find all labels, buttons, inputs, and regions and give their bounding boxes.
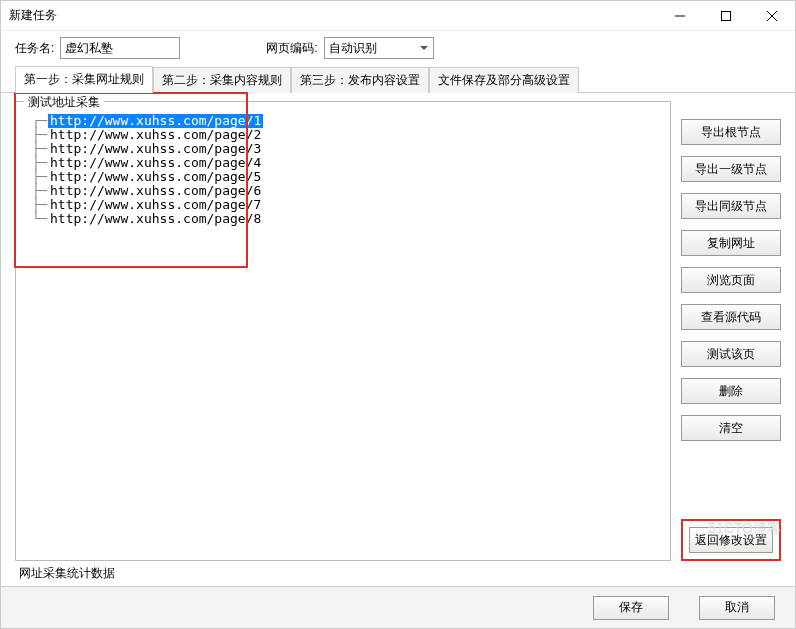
task-name-input[interactable] [60,37,180,59]
encoding-combo[interactable]: 自动识别 [324,37,434,59]
url-tree-item[interactable]: └─http://www.xuhss.com/page/8 [24,212,662,226]
url-tree-label: http://www.xuhss.com/page/5 [48,170,263,184]
tree-connector-icon: ├─ [24,198,48,212]
tab-step3[interactable]: 第三步：发布内容设置 [291,67,429,93]
highlight-box-back: 返回修改设置 [681,519,781,561]
url-tree-item[interactable]: ├─http://www.xuhss.com/page/7 [24,198,662,212]
svg-rect-1 [722,11,731,20]
tree-connector-icon: ├─ [24,170,48,184]
task-name-label: 任务名: [15,40,54,57]
url-tree-item[interactable]: ├─http://www.xuhss.com/page/2 [24,128,662,142]
maximize-button[interactable] [703,1,749,30]
export-root-button[interactable]: 导出根节点 [681,119,781,145]
export-sibling-button[interactable]: 导出同级节点 [681,193,781,219]
url-tree-item[interactable]: ├─http://www.xuhss.com/page/5 [24,170,662,184]
titlebar: 新建任务 [1,1,795,31]
tree-connector-icon: ┌─ [24,114,48,128]
window-controls [657,1,795,30]
tabbar: 第一步：采集网址规则 第二步：采集内容规则 第三步：发布内容设置 文件保存及部分… [1,65,795,93]
url-tree-label: http://www.xuhss.com/page/1 [48,114,263,128]
view-source-button[interactable]: 查看源代码 [681,304,781,330]
url-tree[interactable]: ┌─http://www.xuhss.com/page/1├─http://ww… [22,112,664,554]
save-button[interactable]: 保存 [593,596,669,620]
close-button[interactable] [749,1,795,30]
tree-connector-icon: ├─ [24,142,48,156]
url-tree-item[interactable]: ├─http://www.xuhss.com/page/6 [24,184,662,198]
cancel-button[interactable]: 取消 [699,596,775,620]
window-title: 新建任务 [9,7,57,24]
clear-button[interactable]: 清空 [681,415,781,441]
delete-button[interactable]: 删除 [681,378,781,404]
url-tree-label: http://www.xuhss.com/page/8 [48,212,263,226]
export-level1-button[interactable]: 导出一级节点 [681,156,781,182]
test-url-groupbox: 测试地址采集 ┌─http://www.xuhss.com/page/1├─ht… [15,101,671,561]
url-tree-item[interactable]: ├─http://www.xuhss.com/page/3 [24,142,662,156]
url-tree-label: http://www.xuhss.com/page/3 [48,142,263,156]
back-modify-button[interactable]: 返回修改设置 [689,527,773,553]
stats-label: 网址采集统计数据 [15,561,781,582]
encoding-label: 网页编码: [266,40,317,57]
tree-connector-icon: ├─ [24,156,48,170]
copy-url-button[interactable]: 复制网址 [681,230,781,256]
main-area: 测试地址采集 ┌─http://www.xuhss.com/page/1├─ht… [1,93,795,586]
tab-step1[interactable]: 第一步：采集网址规则 [15,66,153,93]
window: 新建任务 任务名: 网页编码: 自动识别 第一步：采集网址规则 第二步：采集内容… [0,0,796,629]
tab-step2[interactable]: 第二步：采集内容规则 [153,67,291,93]
tree-connector-icon: ├─ [24,128,48,142]
tree-connector-icon: └─ [24,212,48,226]
url-tree-item[interactable]: ├─http://www.xuhss.com/page/4 [24,156,662,170]
test-page-button[interactable]: 测试该页 [681,341,781,367]
tree-connector-icon: ├─ [24,184,48,198]
minimize-button[interactable] [657,1,703,30]
side-buttons: 导出根节点 导出一级节点 导出同级节点 复制网址 浏览页面 查看源代码 测试该页… [681,101,781,561]
url-tree-label: http://www.xuhss.com/page/6 [48,184,263,198]
encoding-select[interactable]: 自动识别 [324,37,434,59]
browse-page-button[interactable]: 浏览页面 [681,267,781,293]
url-tree-label: http://www.xuhss.com/page/2 [48,128,263,142]
groupbox-title: 测试地址采集 [24,94,104,111]
content-row: 测试地址采集 ┌─http://www.xuhss.com/page/1├─ht… [15,101,781,561]
url-tree-label: http://www.xuhss.com/page/4 [48,156,263,170]
url-tree-item[interactable]: ┌─http://www.xuhss.com/page/1 [24,114,662,128]
url-tree-label: http://www.xuhss.com/page/7 [48,198,263,212]
tab-file-settings[interactable]: 文件保存及部分高级设置 [429,67,579,93]
form-row: 任务名: 网页编码: 自动识别 [1,31,795,65]
footer: 保存 取消 [1,586,795,628]
